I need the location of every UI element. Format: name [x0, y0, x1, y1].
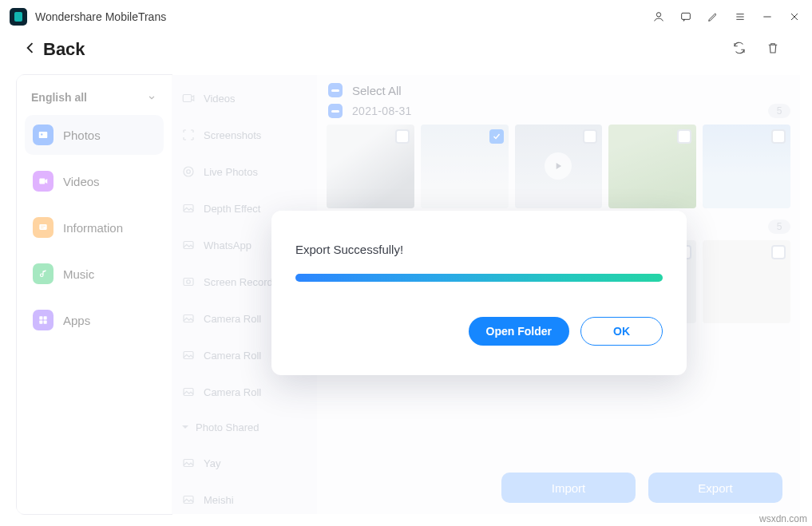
- group1-header: 2021-08-31 5: [327, 99, 790, 125]
- export-button[interactable]: Export: [648, 473, 782, 503]
- minimize-icon[interactable]: [761, 10, 774, 23]
- folder-label: WhatsApp: [204, 239, 252, 251]
- sidebar: English all Photos Videos Information: [17, 75, 172, 514]
- videos-icon: [33, 171, 53, 192]
- caret-down-icon: [181, 421, 189, 433]
- thumbnail[interactable]: [327, 125, 414, 208]
- folder-label: Depth Effect: [204, 203, 260, 215]
- close-icon[interactable]: [788, 10, 801, 23]
- svg-rect-19: [184, 389, 193, 396]
- action-buttons: Import Export: [501, 473, 782, 503]
- thumb-checkbox[interactable]: [395, 129, 410, 144]
- chevron-down-icon: [146, 92, 157, 103]
- titlebar-right: [652, 10, 801, 23]
- svg-point-0: [656, 13, 660, 17]
- sidebar-item-label: Apps: [63, 314, 90, 327]
- export-success-modal: Export Successfully! Open Folder OK: [271, 211, 687, 375]
- svg-rect-8: [39, 321, 42, 324]
- sidebar-item-label: Videos: [63, 175, 100, 188]
- filter-dropdown[interactable]: English all: [17, 86, 172, 115]
- apps-icon: [33, 310, 53, 330]
- thumbnail[interactable]: [515, 125, 603, 208]
- thumb-checkbox[interactable]: [771, 245, 786, 259]
- svg-rect-14: [184, 242, 193, 249]
- folder-item-meishi[interactable]: Meishi: [172, 483, 317, 516]
- refresh-icon[interactable]: [732, 41, 747, 58]
- sidebar-item-label: Information: [63, 221, 123, 235]
- back-label: Back: [43, 39, 85, 60]
- svg-point-16: [187, 280, 191, 284]
- filter-label: English all: [31, 91, 87, 104]
- open-folder-button[interactable]: Open Folder: [469, 317, 569, 346]
- sidebar-item-information[interactable]: Information: [25, 208, 164, 247]
- folder-item-yay[interactable]: Yay: [172, 446, 317, 480]
- folder-item-videos[interactable]: Videos: [172, 81, 317, 115]
- folder-section-shared[interactable]: Photo Shared: [172, 412, 317, 443]
- select-all-checkbox[interactable]: [328, 83, 343, 97]
- folder-label: Camera Roll: [204, 350, 261, 362]
- thumbnail[interactable]: [703, 125, 790, 208]
- sidebar-item-photos[interactable]: Photos: [25, 115, 164, 155]
- group1-date-label: 2021-08-31: [352, 105, 412, 117]
- trash-icon[interactable]: [766, 41, 780, 58]
- folder-item-cameraroll-3[interactable]: Camera Roll: [172, 375, 317, 409]
- sidebar-item-videos[interactable]: Videos: [25, 161, 164, 201]
- group2-count-pill: 5: [768, 219, 790, 234]
- folder-label: Screen Recorder: [204, 276, 282, 288]
- ok-button[interactable]: OK: [580, 317, 663, 346]
- thumbnail[interactable]: [421, 125, 509, 208]
- progress-bar: [295, 274, 663, 282]
- nav-list: Photos Videos Information Music: [17, 115, 172, 340]
- back-button[interactable]: Back: [22, 39, 85, 60]
- svg-point-12: [184, 167, 193, 176]
- svg-point-3: [41, 133, 42, 135]
- music-icon: [33, 263, 53, 284]
- folder-label: Live Photos: [204, 166, 258, 178]
- thumbnail[interactable]: [608, 125, 696, 208]
- select-all-label: Select All: [352, 84, 402, 97]
- svg-rect-13: [184, 205, 193, 212]
- svg-rect-10: [183, 95, 192, 102]
- folder-label: Videos: [204, 93, 236, 105]
- sidebar-item-music[interactable]: Music: [25, 254, 164, 294]
- folder-label: Screenshots: [204, 129, 261, 141]
- thumb-checkbox[interactable]: [771, 129, 786, 144]
- svg-rect-21: [184, 496, 193, 504]
- thumb-checkbox[interactable]: [489, 129, 504, 144]
- svg-rect-2: [39, 132, 48, 138]
- folder-label: Camera Roll: [204, 386, 261, 398]
- sidebar-item-label: Photos: [63, 129, 101, 142]
- svg-rect-4: [39, 179, 45, 184]
- folder-label: Photo Shared: [196, 421, 259, 433]
- titlebar-left: Wondershare MobileTrans: [10, 8, 166, 26]
- edit-icon[interactable]: [707, 10, 719, 23]
- back-actions: [732, 41, 780, 58]
- user-icon[interactable]: [652, 10, 665, 23]
- svg-rect-7: [44, 316, 47, 319]
- photos-icon: [33, 125, 53, 145]
- menu-icon[interactable]: [734, 10, 747, 23]
- svg-rect-1: [682, 13, 691, 19]
- svg-rect-5: [39, 224, 46, 230]
- svg-rect-6: [39, 316, 42, 319]
- group1-checkbox[interactable]: [328, 104, 343, 118]
- thumbnail[interactable]: [703, 240, 790, 324]
- folder-item-screenshots[interactable]: Screenshots: [172, 118, 317, 152]
- thumb-checkbox[interactable]: [677, 129, 691, 144]
- group1-grid: [327, 125, 790, 208]
- watermark: wsxdn.com: [759, 513, 807, 524]
- folder-item-live[interactable]: Live Photos: [172, 155, 317, 188]
- back-row: Back: [0, 32, 812, 67]
- thumb-checkbox[interactable]: [583, 129, 597, 144]
- svg-rect-15: [184, 279, 193, 286]
- modal-title: Export Successfully!: [295, 243, 663, 256]
- feedback-icon[interactable]: [679, 10, 692, 23]
- group1-count-pill: 5: [768, 104, 790, 118]
- svg-point-11: [187, 170, 191, 174]
- import-button[interactable]: Import: [501, 473, 636, 503]
- folder-label: Yay: [204, 457, 220, 469]
- titlebar: Wondershare MobileTrans: [0, 0, 812, 32]
- folder-label: Meishi: [204, 494, 234, 506]
- modal-actions: Open Folder OK: [295, 317, 663, 346]
- sidebar-item-apps[interactable]: Apps: [25, 300, 164, 340]
